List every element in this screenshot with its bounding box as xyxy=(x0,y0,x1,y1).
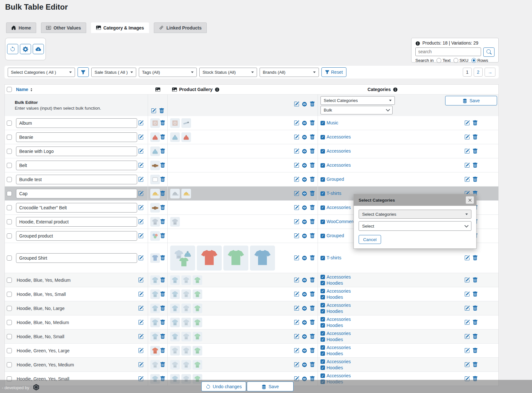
product-image[interactable] xyxy=(170,332,180,341)
page-button-2[interactable]: 2 xyxy=(474,68,483,77)
next-page-button[interactable]: → xyxy=(485,68,495,77)
category-checkbox[interactable]: ✓ xyxy=(320,295,325,299)
category-checkbox[interactable]: ✓ xyxy=(320,149,325,154)
product-image[interactable] xyxy=(193,346,202,355)
product-image[interactable] xyxy=(181,318,191,327)
preview-icon[interactable] xyxy=(302,306,307,311)
category-link[interactable]: Accessories xyxy=(327,373,351,379)
category-checkbox[interactable]: ✓ xyxy=(320,281,325,285)
row-checkbox[interactable] xyxy=(7,191,12,196)
category-checkbox[interactable]: ✓ xyxy=(320,365,325,370)
sort-icon[interactable] xyxy=(29,87,33,92)
edit-name-icon[interactable] xyxy=(138,205,144,210)
delete-gallery-icon[interactable] xyxy=(310,233,315,238)
product-image[interactable] xyxy=(223,246,248,271)
delete-gallery-icon[interactable] xyxy=(310,134,315,140)
edit-row-icon[interactable] xyxy=(464,134,470,140)
category-link[interactable]: Accessories xyxy=(327,205,351,211)
category-checkbox[interactable]: ✓ xyxy=(320,323,325,328)
edit-name-icon[interactable] xyxy=(138,177,144,182)
cloud-download-button[interactable] xyxy=(33,44,44,54)
category-link[interactable]: Accessories xyxy=(327,316,351,322)
delete-row-icon[interactable] xyxy=(472,362,478,367)
delete-image-icon[interactable] xyxy=(160,291,165,297)
category-link[interactable]: WooCommerce xyxy=(327,219,358,225)
edit-name-icon[interactable] xyxy=(138,233,144,238)
select-all-checkbox[interactable] xyxy=(7,87,12,92)
delete-image-icon[interactable] xyxy=(160,205,165,210)
preview-icon[interactable] xyxy=(302,205,307,210)
category-link[interactable]: Hoodies xyxy=(327,351,343,357)
delete-image-icon[interactable] xyxy=(160,163,165,168)
edit-gallery-icon[interactable] xyxy=(294,255,299,261)
preview-icon[interactable] xyxy=(302,348,307,353)
delete-gallery-icon[interactable] xyxy=(310,219,315,224)
delete-gallery-icon[interactable] xyxy=(310,277,315,283)
category-link[interactable]: T-shirts xyxy=(327,255,341,261)
product-image[interactable] xyxy=(197,246,222,271)
category-checkbox[interactable]: ✓ xyxy=(320,256,325,260)
delete-gallery-icon[interactable] xyxy=(310,148,315,154)
delete-row-icon[interactable] xyxy=(472,277,478,283)
category-link[interactable]: Accessories xyxy=(327,148,351,154)
bulk-edit-image-icon[interactable] xyxy=(151,108,156,113)
product-image[interactable] xyxy=(193,304,202,313)
category-checkbox[interactable]: ✓ xyxy=(320,177,325,182)
radio-sku[interactable]: SKU xyxy=(453,58,469,63)
category-checkbox[interactable]: ✓ xyxy=(320,163,325,168)
edit-row-icon[interactable] xyxy=(464,320,470,325)
product-image[interactable] xyxy=(150,346,160,355)
product-name-input[interactable] xyxy=(16,203,137,213)
product-image[interactable] xyxy=(170,318,180,327)
delete-image-icon[interactable] xyxy=(160,134,165,140)
edit-gallery-icon[interactable] xyxy=(294,134,299,140)
row-checkbox[interactable] xyxy=(7,334,12,339)
preview-icon[interactable] xyxy=(302,362,307,367)
bulk-edit-gallery-icon[interactable] xyxy=(294,101,299,107)
delete-image-icon[interactable] xyxy=(160,320,165,325)
row-checkbox[interactable] xyxy=(7,135,12,140)
product-image[interactable] xyxy=(150,175,160,184)
modal-value-select[interactable]: Select xyxy=(359,221,471,231)
filter-button[interactable] xyxy=(78,67,89,77)
row-checkbox[interactable] xyxy=(7,255,12,261)
delete-gallery-icon[interactable] xyxy=(310,255,315,261)
edit-name-icon[interactable] xyxy=(138,255,144,261)
edit-gallery-icon[interactable] xyxy=(294,148,299,154)
product-name-input[interactable] xyxy=(16,175,137,184)
undo-button[interactable] xyxy=(7,44,18,54)
category-link[interactable]: Music xyxy=(327,120,338,126)
product-image[interactable] xyxy=(170,346,180,355)
category-checkbox[interactable]: ✓ xyxy=(320,234,325,238)
bulk-function-select[interactable]: Bulk xyxy=(320,106,393,114)
row-checkbox[interactable] xyxy=(7,163,12,168)
row-checkbox[interactable] xyxy=(7,362,12,367)
filter-select-brands-all[interactable]: Brands (All) xyxy=(260,68,319,77)
product-image[interactable] xyxy=(193,275,202,285)
delete-image-icon[interactable] xyxy=(160,120,165,126)
product-image[interactable] xyxy=(170,189,180,198)
category-link[interactable]: Accessories xyxy=(327,274,351,280)
modal-category-select[interactable]: Select Categories xyxy=(359,210,471,219)
info-icon[interactable] xyxy=(215,87,220,92)
edit-row-icon[interactable] xyxy=(464,163,470,168)
category-link[interactable]: Accessories xyxy=(327,359,351,365)
filter-select-select-categories-all[interactable]: Select Categories ( All ) xyxy=(8,68,75,77)
product-name-input[interactable] xyxy=(16,118,137,128)
product-image[interactable] xyxy=(150,318,160,327)
edit-row-icon[interactable] xyxy=(464,148,470,154)
edit-name-icon[interactable] xyxy=(138,134,144,140)
delete-gallery-icon[interactable] xyxy=(310,120,315,126)
category-checkbox[interactable]: ✓ xyxy=(320,303,325,307)
preview-icon[interactable] xyxy=(302,278,307,283)
product-image[interactable] xyxy=(181,275,191,285)
close-icon[interactable] xyxy=(466,196,474,204)
product-image[interactable] xyxy=(170,304,180,313)
info-icon[interactable] xyxy=(393,87,398,92)
product-image[interactable] xyxy=(181,332,191,341)
edit-gallery-icon[interactable] xyxy=(294,191,299,196)
delete-row-icon[interactable] xyxy=(472,255,478,261)
delete-gallery-icon[interactable] xyxy=(310,163,315,168)
category-checkbox[interactable]: ✓ xyxy=(320,289,325,293)
delete-row-icon[interactable] xyxy=(472,334,478,339)
